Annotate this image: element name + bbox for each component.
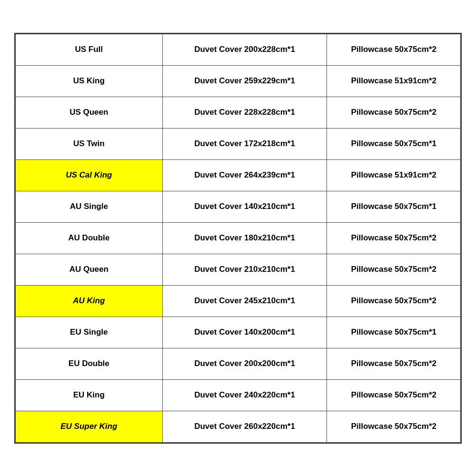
size-name-cell: US Cal King bbox=[16, 159, 163, 191]
duvet-cover-cell: Duvet Cover 240x220cm*1 bbox=[162, 379, 327, 411]
table-row: AU KingDuvet Cover 245x210cm*1Pillowcase… bbox=[16, 285, 461, 317]
size-chart-table: US FullDuvet Cover 200x228cm*1Pillowcase… bbox=[15, 34, 461, 443]
size-name-cell: EU King bbox=[16, 379, 163, 411]
size-name-cell: US Queen bbox=[16, 97, 163, 128]
table-row: AU DoubleDuvet Cover 180x210cm*1Pillowca… bbox=[16, 222, 461, 254]
duvet-cover-cell: Duvet Cover 260x220cm*1 bbox=[162, 411, 327, 442]
table-row: EU KingDuvet Cover 240x220cm*1Pillowcase… bbox=[16, 379, 461, 411]
duvet-cover-cell: Duvet Cover 259x229cm*1 bbox=[162, 65, 327, 97]
pillowcase-cell: Pillowcase 50x75cm*2 bbox=[327, 411, 461, 442]
size-name-cell: US Twin bbox=[16, 128, 163, 159]
size-name-cell: AU King bbox=[16, 285, 163, 317]
duvet-cover-cell: Duvet Cover 264x239cm*1 bbox=[162, 159, 327, 191]
table-row: EU DoubleDuvet Cover 200x200cm*1Pillowca… bbox=[16, 348, 461, 379]
duvet-cover-cell: Duvet Cover 228x228cm*1 bbox=[162, 97, 327, 128]
pillowcase-cell: Pillowcase 50x75cm*2 bbox=[327, 222, 461, 254]
size-name-cell: AU Queen bbox=[16, 254, 163, 285]
duvet-cover-cell: Duvet Cover 210x210cm*1 bbox=[162, 254, 327, 285]
table-row: US QueenDuvet Cover 228x228cm*1Pillowcas… bbox=[16, 97, 461, 128]
duvet-cover-cell: Duvet Cover 200x200cm*1 bbox=[162, 348, 327, 379]
pillowcase-cell: Pillowcase 51x91cm*2 bbox=[327, 65, 461, 97]
table-row: US KingDuvet Cover 259x229cm*1Pillowcase… bbox=[16, 65, 461, 97]
pillowcase-cell: Pillowcase 50x75cm*1 bbox=[327, 191, 461, 222]
table-row: US TwinDuvet Cover 172x218cm*1Pillowcase… bbox=[16, 128, 461, 159]
pillowcase-cell: Pillowcase 50x75cm*1 bbox=[327, 128, 461, 159]
size-name-cell: AU Single bbox=[16, 191, 163, 222]
duvet-cover-cell: Duvet Cover 180x210cm*1 bbox=[162, 222, 327, 254]
duvet-cover-cell: Duvet Cover 140x210cm*1 bbox=[162, 191, 327, 222]
size-name-cell: EU Super King bbox=[16, 411, 163, 442]
pillowcase-cell: Pillowcase 50x75cm*2 bbox=[327, 348, 461, 379]
pillowcase-cell: Pillowcase 50x75cm*2 bbox=[327, 285, 461, 317]
pillowcase-cell: Pillowcase 50x75cm*2 bbox=[327, 379, 461, 411]
size-chart-container: US FullDuvet Cover 200x228cm*1Pillowcase… bbox=[14, 33, 462, 444]
size-name-cell: AU Double bbox=[16, 222, 163, 254]
table-row: AU QueenDuvet Cover 210x210cm*1Pillowcas… bbox=[16, 254, 461, 285]
duvet-cover-cell: Duvet Cover 172x218cm*1 bbox=[162, 128, 327, 159]
table-row: US FullDuvet Cover 200x228cm*1Pillowcase… bbox=[16, 34, 461, 65]
duvet-cover-cell: Duvet Cover 140x200cm*1 bbox=[162, 317, 327, 348]
pillowcase-cell: Pillowcase 50x75cm*1 bbox=[327, 317, 461, 348]
size-name-cell: US King bbox=[16, 65, 163, 97]
duvet-cover-cell: Duvet Cover 200x228cm*1 bbox=[162, 34, 327, 65]
table-row: EU Super KingDuvet Cover 260x220cm*1Pill… bbox=[16, 411, 461, 442]
duvet-cover-cell: Duvet Cover 245x210cm*1 bbox=[162, 285, 327, 317]
pillowcase-cell: Pillowcase 50x75cm*2 bbox=[327, 254, 461, 285]
size-name-cell: US Full bbox=[16, 34, 163, 65]
size-name-cell: EU Double bbox=[16, 348, 163, 379]
table-row: US Cal KingDuvet Cover 264x239cm*1Pillow… bbox=[16, 159, 461, 191]
table-row: EU SingleDuvet Cover 140x200cm*1Pillowca… bbox=[16, 317, 461, 348]
size-name-cell: EU Single bbox=[16, 317, 163, 348]
table-row: AU SingleDuvet Cover 140x210cm*1Pillowca… bbox=[16, 191, 461, 222]
pillowcase-cell: Pillowcase 50x75cm*2 bbox=[327, 34, 461, 65]
pillowcase-cell: Pillowcase 51x91cm*2 bbox=[327, 159, 461, 191]
pillowcase-cell: Pillowcase 50x75cm*2 bbox=[327, 97, 461, 128]
